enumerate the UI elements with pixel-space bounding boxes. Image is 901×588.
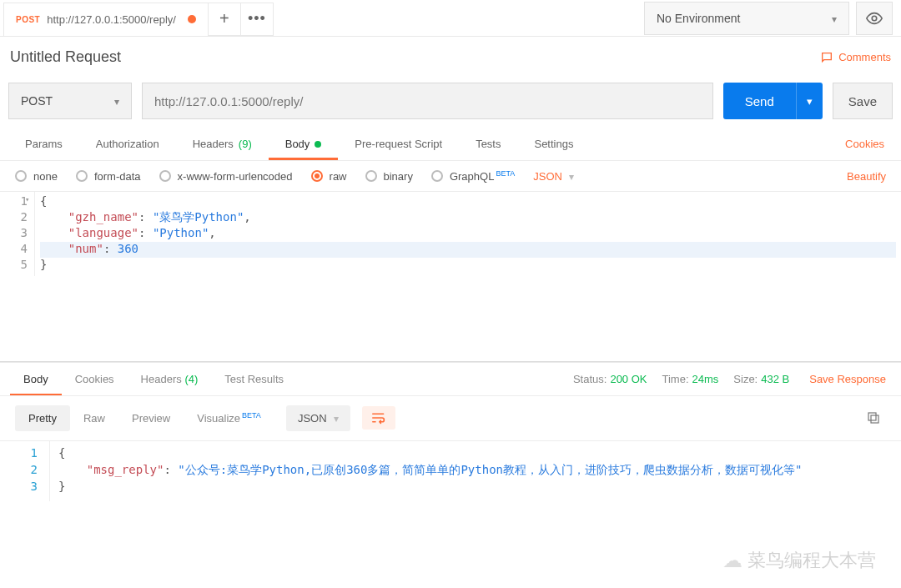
- wrap-icon: [370, 411, 387, 425]
- environment-select[interactable]: No Environment: [644, 2, 849, 35]
- tab-authorization[interactable]: Authorization: [79, 128, 176, 160]
- svg-rect-2: [868, 413, 876, 420]
- copy-icon: [866, 410, 881, 425]
- tab-params[interactable]: Params: [8, 128, 79, 160]
- url-value: http://127.0.0.1:5000/reply/: [154, 94, 303, 108]
- radio-raw[interactable]: raw: [311, 170, 347, 183]
- headers-label: Headers: [193, 138, 234, 150]
- comments-button[interactable]: Comments: [820, 51, 891, 64]
- svg-rect-1: [871, 415, 878, 423]
- view-visualize[interactable]: VisualizeBETA: [184, 405, 274, 431]
- comments-label: Comments: [838, 51, 891, 63]
- resp-tab-body[interactable]: Body: [10, 363, 62, 395]
- radio-icon: [431, 170, 443, 182]
- resp-headers-count: (4): [184, 373, 198, 385]
- response-body-viewer[interactable]: 1 2 3 { "msg_reply": "公众号:菜鸟学Python,已原创3…: [0, 441, 901, 501]
- chevron-down-icon: [569, 170, 574, 183]
- cookies-link[interactable]: Cookies: [837, 128, 893, 160]
- body-label: Body: [285, 138, 310, 150]
- chevron-down-icon: ▾: [807, 95, 813, 108]
- status-block: Status:200 OK: [573, 373, 647, 385]
- ellipsis-icon: •••: [248, 10, 266, 28]
- radio-graphql[interactable]: GraphQLBETA: [431, 169, 515, 183]
- line-gutter: 1▾ 2 3 4 5: [0, 192, 35, 276]
- tab-headers[interactable]: Headers (9): [176, 128, 269, 160]
- body-active-dot-icon: [315, 141, 321, 148]
- radio-icon: [311, 170, 323, 182]
- beautify-button[interactable]: Beautify: [847, 170, 886, 183]
- watermark: ☁ 菜鸟编程大本营: [722, 548, 876, 573]
- preview-env-button[interactable]: [856, 2, 893, 35]
- send-button[interactable]: Send: [723, 83, 796, 119]
- body-format-select[interactable]: JSON: [533, 170, 574, 183]
- line-gutter: 1 2 3: [0, 441, 50, 501]
- url-input[interactable]: http://127.0.0.1:5000/reply/: [142, 83, 713, 119]
- method-select[interactable]: POST: [8, 83, 132, 119]
- time-block: Time:24ms: [662, 373, 719, 385]
- radio-x-www-form-urlencoded[interactable]: x-www-form-urlencoded: [159, 170, 293, 183]
- tab-pre-request[interactable]: Pre-request Script: [338, 128, 459, 160]
- request-tab[interactable]: POST http://127.0.0.1:5000/reply/: [3, 3, 209, 36]
- view-raw[interactable]: Raw: [70, 405, 118, 431]
- radio-none[interactable]: none: [15, 170, 58, 183]
- response-format-select[interactable]: JSON: [286, 405, 350, 431]
- tab-body[interactable]: Body: [269, 128, 339, 160]
- chevron-down-icon: [334, 412, 339, 425]
- radio-binary[interactable]: binary: [365, 170, 413, 183]
- send-options-button[interactable]: ▾: [796, 83, 823, 119]
- copy-response-button[interactable]: [861, 407, 886, 429]
- save-button[interactable]: Save: [833, 83, 893, 119]
- size-block: Size:432 B: [733, 373, 789, 385]
- view-preview[interactable]: Preview: [118, 405, 184, 431]
- chevron-down-icon: [114, 94, 119, 108]
- comment-icon: [820, 51, 833, 64]
- wechat-icon: ☁: [722, 549, 742, 572]
- watermark-text: 菜鸟编程大本营: [747, 548, 876, 573]
- tab-tests[interactable]: Tests: [459, 128, 517, 160]
- more-tabs-button[interactable]: •••: [240, 3, 274, 36]
- chevron-down-icon: [832, 12, 837, 25]
- method-value: POST: [21, 94, 53, 108]
- tab-title: http://127.0.0.1:5000/reply/: [47, 13, 176, 26]
- headers-count: (9): [239, 138, 252, 150]
- unsaved-dot-icon: [188, 15, 196, 23]
- beta-badge: BETA: [496, 169, 515, 178]
- new-tab-button[interactable]: +: [208, 3, 241, 36]
- resp-tab-headers[interactable]: Headers (4): [128, 363, 212, 395]
- tab-settings[interactable]: Settings: [517, 128, 590, 160]
- request-title: Untitled Request: [10, 48, 121, 66]
- resp-tab-cookies[interactable]: Cookies: [62, 363, 128, 395]
- save-response-button[interactable]: Save Response: [804, 373, 891, 385]
- eye-icon: [865, 9, 883, 28]
- svg-point-0: [872, 16, 877, 21]
- view-pretty[interactable]: Pretty: [15, 405, 70, 431]
- beta-badge: BETA: [242, 411, 261, 420]
- fold-icon: ▾: [25, 195, 29, 204]
- line-wrap-button[interactable]: [362, 406, 395, 430]
- tab-method: POST: [16, 15, 40, 24]
- radio-icon: [15, 170, 27, 182]
- body-format-label: JSON: [533, 170, 562, 183]
- radio-icon: [159, 170, 171, 182]
- radio-icon: [365, 170, 377, 182]
- radio-form-data[interactable]: form-data: [76, 170, 141, 183]
- request-body-editor[interactable]: 1▾ 2 3 4 5 { "gzh_name": "菜鸟学Python", "l…: [0, 192, 901, 276]
- resp-tab-test-results[interactable]: Test Results: [211, 363, 297, 395]
- plus-icon: +: [219, 9, 229, 28]
- radio-icon: [76, 170, 88, 182]
- environment-label: No Environment: [657, 12, 740, 25]
